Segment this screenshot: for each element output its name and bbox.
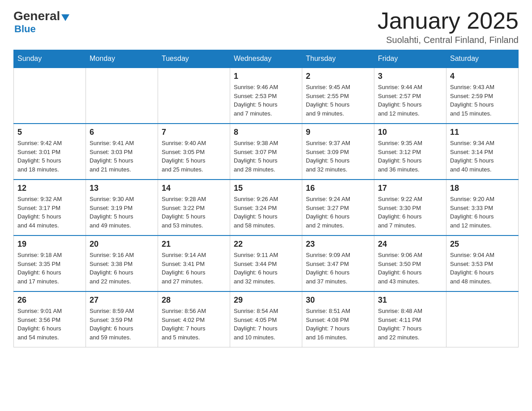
day-info: Sunrise: 9:09 AMSunset: 3:47 PMDaylight:… xyxy=(306,251,370,286)
logo-general-text: General xyxy=(13,9,60,23)
calendar-cell: 7Sunrise: 9:40 AMSunset: 3:05 PMDaylight… xyxy=(158,124,230,180)
day-number: 2 xyxy=(306,72,370,81)
calendar-cell: 17Sunrise: 9:22 AMSunset: 3:30 PMDayligh… xyxy=(374,180,446,235)
day-info: Sunrise: 9:46 AMSunset: 2:53 PMDaylight:… xyxy=(234,83,298,118)
calendar-week-3: 19Sunrise: 9:18 AMSunset: 3:35 PMDayligh… xyxy=(14,235,519,291)
logo: General Blue xyxy=(13,9,69,35)
day-info: Sunrise: 9:18 AMSunset: 3:35 PMDaylight:… xyxy=(17,251,82,286)
day-info: Sunrise: 9:43 AMSunset: 2:59 PMDaylight:… xyxy=(450,83,515,118)
calendar-cell: 21Sunrise: 9:14 AMSunset: 3:41 PMDayligh… xyxy=(158,235,230,291)
day-number: 30 xyxy=(306,295,370,305)
day-info: Sunrise: 9:35 AMSunset: 3:12 PMDaylight:… xyxy=(378,139,442,174)
calendar-cell: 1Sunrise: 9:46 AMSunset: 2:53 PMDaylight… xyxy=(230,68,302,124)
day-info: Sunrise: 9:11 AMSunset: 3:44 PMDaylight:… xyxy=(234,251,298,286)
day-info: Sunrise: 9:16 AMSunset: 3:38 PMDaylight:… xyxy=(90,251,154,286)
day-info: Sunrise: 9:44 AMSunset: 2:57 PMDaylight:… xyxy=(378,83,442,118)
calendar-cell: 8Sunrise: 9:38 AMSunset: 3:07 PMDaylight… xyxy=(230,124,302,180)
day-info: Sunrise: 9:32 AMSunset: 3:17 PMDaylight:… xyxy=(17,195,82,230)
day-info: Sunrise: 9:20 AMSunset: 3:33 PMDaylight:… xyxy=(450,195,515,230)
day-number: 31 xyxy=(378,295,442,305)
day-info: Sunrise: 9:24 AMSunset: 3:27 PMDaylight:… xyxy=(306,195,370,230)
day-number: 22 xyxy=(234,240,298,249)
calendar-cell: 3Sunrise: 9:44 AMSunset: 2:57 PMDaylight… xyxy=(374,68,446,124)
day-info: Sunrise: 8:56 AMSunset: 4:02 PMDaylight:… xyxy=(162,307,226,342)
calendar-cell: 27Sunrise: 8:59 AMSunset: 3:59 PMDayligh… xyxy=(86,291,158,347)
calendar-cell: 19Sunrise: 9:18 AMSunset: 3:35 PMDayligh… xyxy=(14,235,86,291)
calendar-cell: 6Sunrise: 9:41 AMSunset: 3:03 PMDaylight… xyxy=(86,124,158,180)
weekday-header-thursday: Thursday xyxy=(302,50,374,68)
calendar-cell: 12Sunrise: 9:32 AMSunset: 3:17 PMDayligh… xyxy=(14,180,86,235)
day-number: 6 xyxy=(90,128,154,137)
calendar-cell: 30Sunrise: 8:51 AMSunset: 4:08 PMDayligh… xyxy=(302,291,374,347)
calendar-cell xyxy=(14,68,86,124)
day-number: 20 xyxy=(90,240,154,249)
day-number: 4 xyxy=(450,72,515,81)
calendar-cell: 11Sunrise: 9:34 AMSunset: 3:14 PMDayligh… xyxy=(446,124,519,180)
calendar-cell xyxy=(446,291,519,347)
weekday-header-tuesday: Tuesday xyxy=(158,50,230,68)
day-number: 23 xyxy=(306,240,370,249)
calendar-week-1: 5Sunrise: 9:42 AMSunset: 3:01 PMDaylight… xyxy=(14,124,519,180)
weekday-header-monday: Monday xyxy=(86,50,158,68)
day-number: 28 xyxy=(162,295,226,305)
weekday-header-wednesday: Wednesday xyxy=(230,50,302,68)
calendar-cell: 25Sunrise: 9:04 AMSunset: 3:53 PMDayligh… xyxy=(446,235,519,291)
day-number: 18 xyxy=(450,184,515,193)
day-info: Sunrise: 8:59 AMSunset: 3:59 PMDaylight:… xyxy=(90,307,154,342)
calendar-cell: 18Sunrise: 9:20 AMSunset: 3:33 PMDayligh… xyxy=(446,180,519,235)
weekday-header-friday: Friday xyxy=(374,50,446,68)
calendar-cell: 14Sunrise: 9:28 AMSunset: 3:22 PMDayligh… xyxy=(158,180,230,235)
calendar-cell: 15Sunrise: 9:26 AMSunset: 3:24 PMDayligh… xyxy=(230,180,302,235)
calendar-cell: 23Sunrise: 9:09 AMSunset: 3:47 PMDayligh… xyxy=(302,235,374,291)
day-number: 13 xyxy=(90,184,154,193)
day-info: Sunrise: 9:04 AMSunset: 3:53 PMDaylight:… xyxy=(450,251,515,286)
page-header: General Blue January 2025 Suolahti, Cent… xyxy=(13,9,519,45)
logo-blue-text: Blue xyxy=(14,23,36,34)
day-info: Sunrise: 9:38 AMSunset: 3:07 PMDaylight:… xyxy=(234,139,298,174)
day-info: Sunrise: 9:40 AMSunset: 3:05 PMDaylight:… xyxy=(162,139,226,174)
calendar-week-0: 1Sunrise: 9:46 AMSunset: 2:53 PMDaylight… xyxy=(14,68,519,124)
day-number: 12 xyxy=(17,184,82,193)
weekday-header-sunday: Sunday xyxy=(14,50,86,68)
day-number: 5 xyxy=(17,128,82,137)
day-number: 11 xyxy=(450,128,515,137)
day-info: Sunrise: 9:37 AMSunset: 3:09 PMDaylight:… xyxy=(306,139,370,174)
day-number: 17 xyxy=(378,184,442,193)
calendar-cell: 29Sunrise: 8:54 AMSunset: 4:05 PMDayligh… xyxy=(230,291,302,347)
day-info: Sunrise: 8:48 AMSunset: 4:11 PMDaylight:… xyxy=(378,307,442,342)
day-info: Sunrise: 8:51 AMSunset: 4:08 PMDaylight:… xyxy=(306,307,370,342)
calendar-cell: 9Sunrise: 9:37 AMSunset: 3:09 PMDaylight… xyxy=(302,124,374,180)
calendar-cell: 2Sunrise: 9:45 AMSunset: 2:55 PMDaylight… xyxy=(302,68,374,124)
day-number: 26 xyxy=(17,295,82,305)
title-block: January 2025 Suolahti, Central Finland, … xyxy=(378,9,519,45)
day-number: 8 xyxy=(234,128,298,137)
calendar-header-row: SundayMondayTuesdayWednesdayThursdayFrid… xyxy=(14,50,519,68)
day-info: Sunrise: 9:42 AMSunset: 3:01 PMDaylight:… xyxy=(17,139,82,174)
day-info: Sunrise: 8:54 AMSunset: 4:05 PMDaylight:… xyxy=(234,307,298,342)
calendar-cell: 28Sunrise: 8:56 AMSunset: 4:02 PMDayligh… xyxy=(158,291,230,347)
day-number: 7 xyxy=(162,128,226,137)
day-number: 16 xyxy=(306,184,370,193)
day-info: Sunrise: 9:30 AMSunset: 3:19 PMDaylight:… xyxy=(90,195,154,230)
day-info: Sunrise: 9:34 AMSunset: 3:14 PMDaylight:… xyxy=(450,139,515,174)
calendar-cell: 10Sunrise: 9:35 AMSunset: 3:12 PMDayligh… xyxy=(374,124,446,180)
day-number: 21 xyxy=(162,240,226,249)
calendar-cell: 22Sunrise: 9:11 AMSunset: 3:44 PMDayligh… xyxy=(230,235,302,291)
calendar-cell: 4Sunrise: 9:43 AMSunset: 2:59 PMDaylight… xyxy=(446,68,519,124)
day-info: Sunrise: 9:45 AMSunset: 2:55 PMDaylight:… xyxy=(306,83,370,118)
calendar-cell: 31Sunrise: 8:48 AMSunset: 4:11 PMDayligh… xyxy=(374,291,446,347)
day-info: Sunrise: 9:26 AMSunset: 3:24 PMDaylight:… xyxy=(234,195,298,230)
calendar-cell: 26Sunrise: 9:01 AMSunset: 3:56 PMDayligh… xyxy=(14,291,86,347)
day-number: 15 xyxy=(234,184,298,193)
logo-triangle-icon xyxy=(61,14,69,21)
calendar-cell: 5Sunrise: 9:42 AMSunset: 3:01 PMDaylight… xyxy=(14,124,86,180)
weekday-header-saturday: Saturday xyxy=(446,50,519,68)
day-info: Sunrise: 9:01 AMSunset: 3:56 PMDaylight:… xyxy=(17,307,82,342)
calendar-cell: 24Sunrise: 9:06 AMSunset: 3:50 PMDayligh… xyxy=(374,235,446,291)
day-info: Sunrise: 9:14 AMSunset: 3:41 PMDaylight:… xyxy=(162,251,226,286)
calendar-cell: 13Sunrise: 9:30 AMSunset: 3:19 PMDayligh… xyxy=(86,180,158,235)
day-number: 1 xyxy=(234,72,298,81)
day-info: Sunrise: 9:22 AMSunset: 3:30 PMDaylight:… xyxy=(378,195,442,230)
day-number: 27 xyxy=(90,295,154,305)
calendar-cell xyxy=(86,68,158,124)
